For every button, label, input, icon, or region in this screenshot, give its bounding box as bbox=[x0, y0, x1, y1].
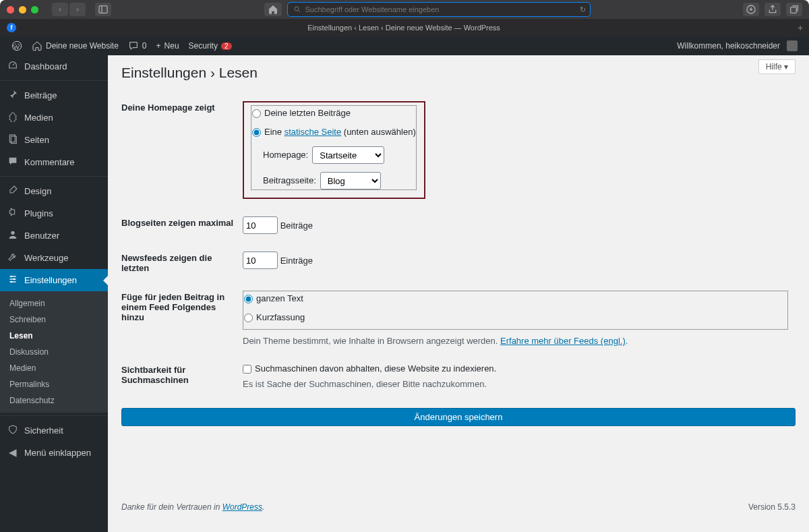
footer-version: Version 5.5.3 bbox=[748, 502, 796, 512]
svg-line-3 bbox=[298, 11, 300, 13]
site-name-menu[interactable]: Deine neue Website bbox=[27, 36, 123, 55]
account-menu[interactable]: Willkommen, heikoschneider bbox=[672, 36, 802, 55]
radio-feed-full[interactable] bbox=[244, 295, 253, 303]
menu-security[interactable]: Sicherheit bbox=[0, 419, 108, 442]
menu-pages[interactable]: Seiten bbox=[0, 129, 108, 151]
window-close-button[interactable] bbox=[7, 6, 14, 13]
svg-point-10 bbox=[11, 231, 14, 235]
seo-checkbox-label[interactable]: Suchmaschinen davon abhalten, diese Webs… bbox=[243, 363, 496, 374]
save-button[interactable]: Änderungen speichern bbox=[121, 408, 796, 426]
menu-appearance[interactable]: Design bbox=[0, 180, 108, 202]
static-page-link[interactable]: statische Seite bbox=[284, 127, 342, 137]
content-area: Hilfe ▾ Einstellungen › Lesen Deine Home… bbox=[108, 55, 809, 532]
menu-posts-label: Beiträge bbox=[24, 90, 57, 100]
site-name-label: Deine neue Website bbox=[46, 41, 119, 51]
submenu-permalinks[interactable]: Permalinks bbox=[0, 376, 108, 392]
menu-posts[interactable]: Beiträge bbox=[0, 84, 108, 107]
reload-icon[interactable]: ↻ bbox=[580, 5, 586, 14]
homepage-select[interactable]: Startseite bbox=[312, 146, 384, 164]
svg-point-15 bbox=[13, 278, 16, 280]
feed-items-input[interactable] bbox=[243, 252, 278, 269]
forward-button[interactable]: › bbox=[69, 3, 86, 16]
homepage-options-box: Deine letzten Beiträge Eine statische Se… bbox=[243, 101, 425, 199]
svg-point-2 bbox=[295, 7, 299, 11]
security-label: Security bbox=[189, 41, 218, 51]
menu-settings-label: Einstellungen bbox=[24, 275, 77, 285]
pin-icon bbox=[7, 89, 19, 102]
tab-title: Einstellungen ‹ Lesen ‹ Deine neue Websi… bbox=[16, 24, 791, 32]
url-placeholder: Suchbegriff oder Websitename eingeben bbox=[305, 5, 440, 13]
svg-line-7 bbox=[13, 63, 14, 65]
submenu-discussion[interactable]: Diskussion bbox=[0, 344, 108, 360]
window-zoom-button[interactable] bbox=[31, 6, 38, 13]
menu-dashboard-label: Dashboard bbox=[24, 61, 67, 71]
window-minimize-button[interactable] bbox=[19, 6, 26, 13]
radio-latest-posts[interactable] bbox=[252, 109, 261, 118]
option-feed-full[interactable]: ganzen Text bbox=[244, 292, 787, 305]
menu-settings[interactable]: Einstellungen bbox=[0, 269, 108, 291]
menu-dashboard[interactable]: Dashboard bbox=[0, 55, 108, 78]
new-tab-button[interactable]: + bbox=[791, 22, 809, 33]
menu-appearance-label: Design bbox=[24, 186, 51, 196]
menu-tools[interactable]: Werkzeuge bbox=[0, 247, 108, 269]
svg-point-16 bbox=[11, 281, 13, 283]
menu-collapse-label: Menü einklappen bbox=[24, 448, 91, 458]
user-icon bbox=[7, 229, 19, 242]
option-static-page[interactable]: Eine statische Seite (unten auswählen) bbox=[252, 125, 416, 139]
submenu-reading[interactable]: Lesen bbox=[0, 328, 108, 344]
submenu-privacy[interactable]: Datenschutz bbox=[0, 392, 108, 409]
submenu-general[interactable]: Allgemein bbox=[0, 295, 108, 312]
footer-thanks: Danke für dein Vertrauen in WordPress. bbox=[121, 502, 264, 512]
option-feed-summary[interactable]: Kurzfassung bbox=[244, 311, 787, 324]
security-menu[interactable]: Security 2 bbox=[184, 36, 237, 55]
new-content-menu[interactable]: + Neu bbox=[152, 36, 184, 55]
menu-pages-label: Seiten bbox=[24, 135, 49, 145]
sliders-icon bbox=[7, 274, 19, 287]
svg-point-14 bbox=[11, 276, 13, 278]
static-post: (unten auswählen) bbox=[341, 127, 416, 137]
wp-logo-menu[interactable] bbox=[7, 36, 27, 55]
collapse-icon: ◀ bbox=[7, 446, 19, 459]
posts-page-select[interactable]: Blog bbox=[320, 172, 381, 189]
menu-plugins[interactable]: Plugins bbox=[0, 202, 108, 225]
help-tab[interactable]: Hilfe ▾ bbox=[758, 59, 796, 74]
footer-wordpress-link[interactable]: WordPress bbox=[222, 502, 262, 512]
back-button[interactable]: ‹ bbox=[52, 3, 68, 16]
comment-icon bbox=[7, 156, 19, 169]
new-label: Neu bbox=[164, 41, 179, 51]
posts-per-page-input[interactable] bbox=[243, 216, 278, 234]
row-posts-max-label: Blogseiten zeigen maximal bbox=[121, 208, 243, 243]
plugin-icon bbox=[7, 207, 19, 220]
settings-submenu: Allgemein Schreiben Lesen Diskussion Med… bbox=[0, 291, 108, 413]
option-latest-posts[interactable]: Deine letzten Beiträge bbox=[252, 107, 416, 120]
tabs-button[interactable] bbox=[786, 3, 802, 16]
posts-page-select-label: Beitragsseite: bbox=[263, 174, 316, 187]
option-latest-posts-label: Deine letzten Beiträge bbox=[264, 108, 351, 118]
posts-max-unit: Beiträge bbox=[280, 220, 313, 231]
submenu-media[interactable]: Medien bbox=[0, 360, 108, 376]
submenu-writing[interactable]: Schreiben bbox=[0, 312, 108, 328]
menu-comments[interactable]: Kommentare bbox=[0, 151, 108, 173]
menu-security-label: Sicherheit bbox=[24, 425, 63, 436]
sidebar-toggle-button[interactable] bbox=[95, 3, 111, 16]
home-button[interactable] bbox=[264, 3, 282, 16]
share-button[interactable] bbox=[765, 3, 781, 16]
menu-media-label: Medien bbox=[24, 113, 53, 123]
menu-media[interactable]: Medien bbox=[0, 107, 108, 129]
downloads-button[interactable] bbox=[743, 3, 759, 16]
url-bar[interactable]: Suchbegriff oder Websitename eingeben ↻ bbox=[287, 2, 591, 17]
seo-discourage-checkbox[interactable] bbox=[243, 365, 251, 374]
menu-collapse[interactable]: ◀Menü einklappen bbox=[0, 442, 108, 463]
admin-menu: Dashboard Beiträge Medien Seiten Komment… bbox=[0, 55, 108, 532]
menu-users[interactable]: Benutzer bbox=[0, 225, 108, 247]
radio-static-page[interactable] bbox=[252, 128, 261, 137]
feed-summary-label: Kurzfassung bbox=[256, 312, 305, 322]
feed-learn-more-link[interactable]: Erfahre mehr über Feeds (engl.) bbox=[500, 336, 626, 346]
media-icon bbox=[7, 111, 19, 124]
svg-rect-0 bbox=[99, 6, 107, 13]
radio-feed-summary[interactable] bbox=[244, 314, 253, 322]
static-pre: Eine bbox=[264, 127, 284, 137]
dashboard-icon bbox=[7, 60, 19, 73]
comments-menu[interactable]: 0 bbox=[123, 36, 152, 55]
plus-icon: + bbox=[156, 41, 161, 51]
